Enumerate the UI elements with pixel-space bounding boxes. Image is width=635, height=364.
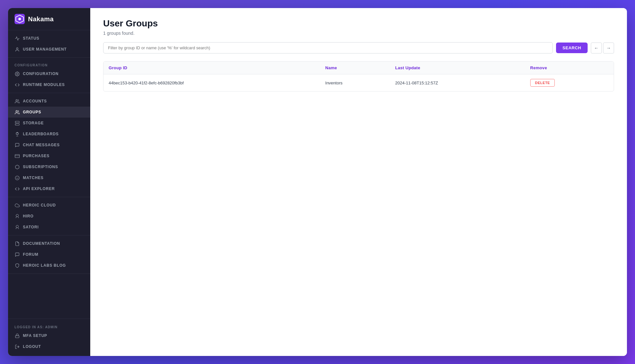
logged-in-label: LOGGED IN AS: ADMIN <box>8 323 90 330</box>
blog-icon <box>15 263 20 268</box>
svg-point-3 <box>16 47 18 49</box>
sidebar-item-heroic-cloud[interactable]: HEROIC CLOUD <box>8 200 90 211</box>
cloud-icon <box>15 203 20 208</box>
api-icon <box>15 186 20 191</box>
sidebar-item-hiro[interactable]: HIRO <box>8 211 90 222</box>
svg-point-16 <box>16 214 18 217</box>
svg-rect-18 <box>15 335 19 338</box>
chat-icon <box>15 142 20 148</box>
sidebar-bottom: LOGGED IN AS: ADMIN MFA SETUP LOGOUT <box>8 319 90 356</box>
sidebar-item-storage[interactable]: STORAGE <box>8 118 90 129</box>
sidebar-item-purchases[interactable]: PURCHASES <box>8 150 90 161</box>
next-page-button[interactable]: → <box>603 43 614 53</box>
table-row: 44bec153-b420-41f2-8efc-b692820fb3bf Inv… <box>103 74 614 91</box>
sidebar-item-mfa-setup[interactable]: MFA SETUP <box>8 330 90 341</box>
nakama-logo-icon <box>15 14 25 24</box>
sidebar-item-accounts[interactable]: ACCOUNTS <box>8 96 90 107</box>
results-count: 1 groups found. <box>103 31 614 36</box>
user-icon <box>15 47 20 52</box>
sidebar-heroic-section: HEROIC CLOUD HIRO SATORI <box>8 197 90 235</box>
delete-button[interactable]: DELETE <box>530 79 555 87</box>
doc-icon <box>15 241 20 246</box>
sidebar-item-chat-messages[interactable]: CHAT MESSAGES <box>8 139 90 150</box>
groups-table: Group ID Name Last Update Remove 44bec15… <box>103 62 614 91</box>
configuration-section-label: CONFIGURATION <box>8 60 90 68</box>
main-content: User Groups 1 groups found. SEARCH ← → G… <box>90 8 627 356</box>
forum-icon <box>15 252 20 257</box>
hiro-icon <box>15 214 20 219</box>
satori-icon <box>15 225 20 230</box>
svg-rect-8 <box>15 123 19 125</box>
page-title: User Groups <box>103 18 614 29</box>
sidebar-logo: Nakama <box>8 8 90 30</box>
svg-point-13 <box>15 176 19 180</box>
col-name: Name <box>320 62 390 74</box>
sidebar-item-satori[interactable]: SATORI <box>8 222 90 233</box>
sidebar-item-matches[interactable]: MATCHES <box>8 172 90 183</box>
sidebar-item-logout[interactable]: LOGOUT <box>8 341 90 352</box>
accounts-icon <box>15 99 20 104</box>
sidebar-item-groups[interactable]: GROUPS <box>8 107 90 118</box>
settings-icon <box>15 71 20 76</box>
cell-last-update: 2024-11-08T15:12:57Z <box>390 74 525 91</box>
sidebar-configuration-section: CONFIGURATION CONFIGURATION RUNTIME MODU… <box>8 58 90 93</box>
prev-page-button[interactable]: ← <box>591 43 602 53</box>
app-logo-text: Nakama <box>28 15 54 23</box>
groups-icon <box>15 110 20 115</box>
cell-group-id: 44bec153-b420-41f2-8efc-b692820fb3bf <box>103 74 320 91</box>
trophy-icon <box>15 131 20 137</box>
matches-icon <box>15 175 20 180</box>
logout-icon <box>15 344 20 349</box>
sidebar-item-runtime-modules[interactable]: RUNTIME MODULES <box>8 79 90 90</box>
sidebar: Nakama STATUS USER MANAGEMENT CONFIGURAT… <box>8 8 90 356</box>
svg-point-17 <box>16 225 18 228</box>
svg-point-5 <box>16 99 17 101</box>
sidebar-item-documentation[interactable]: DOCUMENTATION <box>8 238 90 249</box>
sidebar-item-configuration[interactable]: CONFIGURATION <box>8 68 90 79</box>
sidebar-main-section: ACCOUNTS GROUPS STORAGE LEADERBOARDS <box>8 93 90 197</box>
mfa-icon <box>15 333 20 338</box>
purchases-icon <box>15 153 20 158</box>
search-button[interactable]: SEARCH <box>556 43 588 53</box>
activity-icon <box>15 36 20 41</box>
sidebar-item-leaderboards[interactable]: LEADERBOARDS <box>8 129 90 139</box>
storage-icon <box>15 120 20 126</box>
groups-table-container: Group ID Name Last Update Remove 44bec15… <box>103 61 614 91</box>
sidebar-docs-section: DOCUMENTATION FORUM HEROIC LABS BLOG <box>8 235 90 274</box>
sidebar-item-heroic-labs-blog[interactable]: HEROIC LABS BLOG <box>8 260 90 271</box>
col-group-id: Group ID <box>103 62 320 74</box>
sidebar-item-forum[interactable]: FORUM <box>8 249 90 260</box>
pagination-buttons: ← → <box>591 43 614 53</box>
cell-remove: DELETE <box>525 74 614 91</box>
svg-point-6 <box>16 110 17 112</box>
search-input[interactable] <box>103 42 553 53</box>
table-header-row: Group ID Name Last Update Remove <box>103 62 614 74</box>
search-bar: SEARCH ← → <box>103 42 614 53</box>
col-last-update: Last Update <box>390 62 525 74</box>
sidebar-item-subscriptions[interactable]: SUBSCRIPTIONS <box>8 161 90 172</box>
subscriptions-icon <box>15 164 20 169</box>
sidebar-item-user-management[interactable]: USER MANAGEMENT <box>8 44 90 55</box>
svg-point-2 <box>18 18 21 20</box>
code-icon <box>15 82 20 87</box>
svg-point-4 <box>16 73 18 74</box>
sidebar-item-status[interactable]: STATUS <box>8 33 90 44</box>
col-remove: Remove <box>525 62 614 74</box>
svg-rect-11 <box>15 154 19 158</box>
sidebar-item-api-explorer[interactable]: API EXPLORER <box>8 183 90 194</box>
cell-name: Inventors <box>320 74 390 91</box>
svg-rect-7 <box>15 121 19 123</box>
sidebar-top-section: STATUS USER MANAGEMENT <box>8 30 90 58</box>
